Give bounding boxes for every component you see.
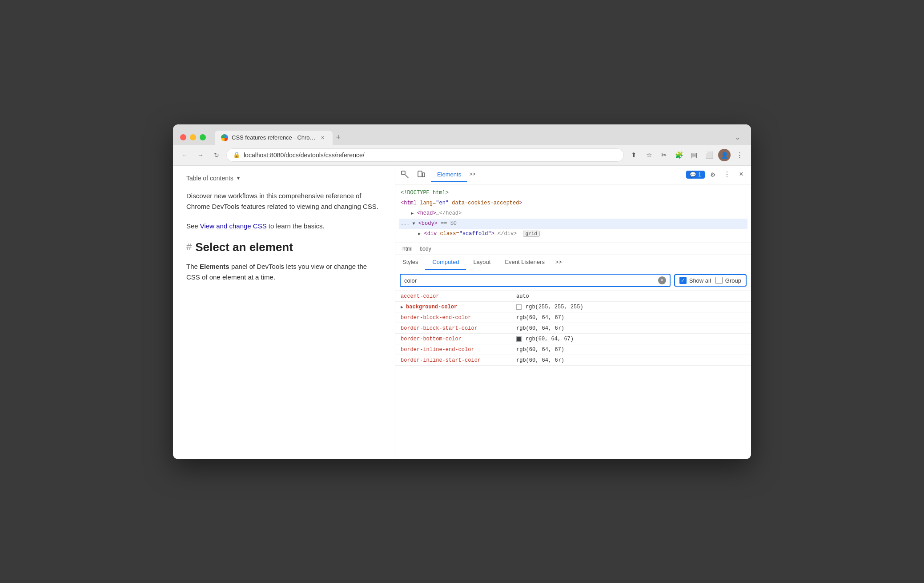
toggle-button[interactable]: ⬜ <box>703 149 715 161</box>
profile-avatar[interactable]: 👤 <box>718 149 731 161</box>
section-hash-icon: # <box>186 241 192 253</box>
group-checkbox-icon <box>715 277 723 284</box>
toc-label: Table of contents <box>186 175 233 182</box>
new-tab-button[interactable]: + <box>333 130 345 145</box>
elements-tab[interactable]: Elements <box>431 168 467 182</box>
breadcrumb-body[interactable]: body <box>416 245 435 253</box>
property-row-border-inline-end-color[interactable]: border-inline-end-color rgb(60, 64, 67) <box>395 344 751 355</box>
breadcrumb: html body <box>395 243 751 255</box>
prop-name-border-inline-end-color: border-inline-end-color <box>401 347 516 353</box>
prop-value-border-inline-end-color: rgb(60, 64, 67) <box>516 347 564 353</box>
html-tag: <html <box>401 200 417 206</box>
prop-name-background-color: ▶ background-color <box>401 304 516 310</box>
computed-tab[interactable]: Computed <box>425 255 466 270</box>
dom-tree: <!DOCTYPE html> <html lang="en" data-coo… <box>395 184 751 244</box>
dom-html[interactable]: <html lang="en" data-cookies-accepted> <box>399 198 747 208</box>
group-checkbox[interactable]: Group <box>715 277 741 284</box>
body-pseudo: == <box>441 220 450 227</box>
menu-button[interactable]: ⋮ <box>733 149 746 161</box>
browser-tab-active[interactable]: CSS features reference - Chro… × <box>215 131 333 145</box>
minimize-button[interactable] <box>190 134 196 140</box>
section-body: The Elements panel of DevTools lets you … <box>186 261 382 283</box>
nav-actions: ⬆ ☆ ✂ 🧩 ▤ ⬜ 👤 ⋮ <box>627 149 746 161</box>
dom-body[interactable]: ... ▼ <body> == $0 <box>399 219 747 229</box>
show-all-checkbox[interactable]: ✓ Show all <box>679 277 711 284</box>
filter-bar: × ✓ Show all Group <box>395 270 751 291</box>
svg-rect-1 <box>418 171 422 177</box>
more-computed-tabs-button[interactable]: >> <box>552 255 565 270</box>
prop-value-border-block-start-color: rgb(60, 64, 67) <box>516 325 564 331</box>
bookmark-button[interactable]: ☆ <box>643 149 655 161</box>
svg-rect-2 <box>422 173 425 177</box>
more-tabs-button[interactable]: >> <box>467 168 477 182</box>
show-all-label: Show all <box>689 277 711 284</box>
filter-search-input[interactable] <box>404 277 658 284</box>
maximize-button[interactable] <box>200 134 206 140</box>
tabs-bar: CSS features reference - Chro… × + <box>215 130 726 145</box>
page-intro: Discover new workflows in this comprehen… <box>186 191 382 212</box>
forward-button[interactable]: → <box>194 149 207 161</box>
dom-head[interactable]: ▶ <head>…</head> <box>399 208 747 219</box>
filter-search-container: × <box>400 274 671 287</box>
body-expand-icon: ▼ <box>412 221 415 226</box>
color-swatch-dark <box>516 336 522 342</box>
styles-tab[interactable]: Styles <box>395 255 425 270</box>
property-list: accent-color auto ▶ background-color <box>395 291 751 459</box>
cut-button[interactable]: ✂ <box>658 149 670 161</box>
prop-name-border-block-start-color: border-block-start-color <box>401 325 516 331</box>
breadcrumb-html[interactable]: html <box>399 245 416 253</box>
prop-value-background-color: rgb(255, 255, 255) <box>516 304 583 310</box>
property-row-border-bottom-color[interactable]: border-bottom-color rgb(60, 64, 67) <box>395 334 751 344</box>
view-css-link[interactable]: View and change CSS <box>200 222 267 230</box>
page-content: Table of contents ▾ Discover new workflo… <box>173 166 395 459</box>
filter-options: ✓ Show all Group <box>674 274 747 287</box>
console-count: 1 <box>698 172 701 178</box>
device-toggle-button[interactable] <box>415 168 427 181</box>
reload-button[interactable]: ↻ <box>210 149 223 161</box>
body-dots: ... <box>401 221 412 226</box>
sidebar-button[interactable]: ▤ <box>688 149 700 161</box>
prop-name-border-block-end-color: border-block-end-color <box>401 315 516 321</box>
console-badge[interactable]: 💬 1 <box>686 171 705 179</box>
prop-name-accent-color: accent-color <box>401 293 516 299</box>
prop-name-border-bottom-color: border-bottom-color <box>401 336 516 342</box>
close-devtools-button[interactable]: × <box>735 168 747 181</box>
property-row-border-inline-start-color[interactable]: border-inline-start-color rgb(60, 64, 67… <box>395 355 751 366</box>
settings-button[interactable]: ⚙ <box>707 168 719 181</box>
share-button[interactable]: ⬆ <box>627 149 640 161</box>
page-see-also: See View and change CSS to learn the bas… <box>186 221 382 232</box>
title-bar: CSS features reference - Chro… × + ⌄ <box>173 124 751 145</box>
property-row-border-block-start-color[interactable]: border-block-start-color rgb(60, 64, 67) <box>395 323 751 334</box>
body-dollar: $0 <box>450 220 457 227</box>
section-title: Select an element <box>195 240 293 254</box>
event-listeners-tab[interactable]: Event Listeners <box>498 255 552 270</box>
html-lang-attr: lang= <box>420 200 436 206</box>
tab-close-button[interactable]: × <box>319 134 326 141</box>
prop-name-border-inline-start-color: border-inline-start-color <box>401 357 516 363</box>
group-label: Group <box>725 277 741 284</box>
toc-header[interactable]: Table of contents ▾ <box>186 175 382 182</box>
head-expand-icon: ▶ <box>411 211 414 216</box>
back-button[interactable]: ← <box>178 149 191 161</box>
inspect-element-button[interactable] <box>399 168 411 181</box>
body-tag: <body> <box>418 220 438 227</box>
property-row-background-color[interactable]: ▶ background-color rgb(255, 255, 255) <box>395 302 751 312</box>
chevron-down-icon[interactable]: ⌄ <box>731 130 744 144</box>
close-button[interactable] <box>180 134 186 140</box>
more-options-button[interactable]: ⋮ <box>721 168 733 181</box>
layout-tab[interactable]: Layout <box>466 255 498 270</box>
extensions-button[interactable]: 🧩 <box>673 149 685 161</box>
dom-div[interactable]: ▶ <div class="scaffold">…</div> grid <box>399 229 747 239</box>
property-row-accent-color[interactable]: accent-color auto <box>395 291 751 302</box>
tab-title: CSS features reference - Chro… <box>232 134 316 141</box>
div-expand-icon: ▶ <box>418 232 421 236</box>
browser-window: CSS features reference - Chro… × + ⌄ ← →… <box>173 124 751 459</box>
filter-clear-button[interactable]: × <box>658 276 666 284</box>
traffic-lights <box>180 134 206 140</box>
address-bar[interactable]: 🔒 localhost:8080/docs/devtools/css/refer… <box>226 148 624 162</box>
devtools-toolbar: Elements >> 💬 1 ⚙ ⋮ × <box>395 166 751 184</box>
property-row-border-block-end-color[interactable]: border-block-end-color rgb(60, 64, 67) <box>395 312 751 323</box>
grid-badge[interactable]: grid <box>523 231 540 237</box>
prop-value-border-inline-start-color: rgb(60, 64, 67) <box>516 357 564 363</box>
dom-doctype[interactable]: <!DOCTYPE html> <box>399 188 747 198</box>
